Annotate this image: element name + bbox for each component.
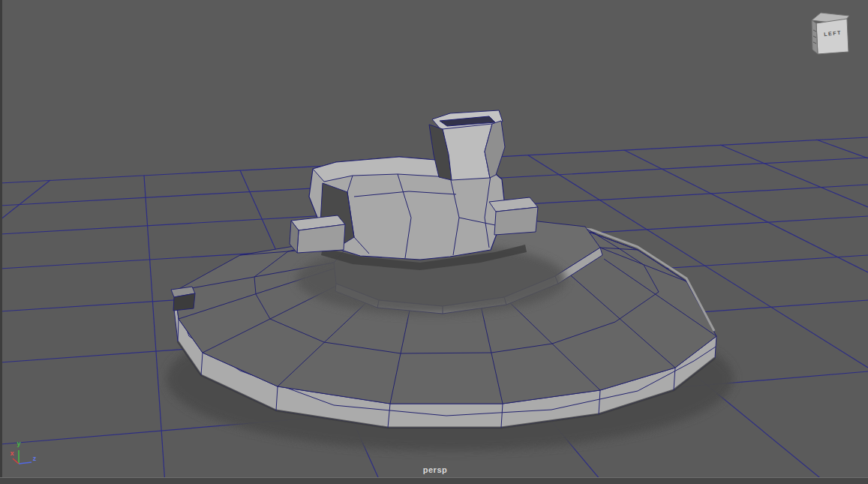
axis-z-line (19, 462, 32, 464)
right-box-front (494, 207, 538, 235)
axis-x-label: x (8, 449, 17, 457)
axis-z-label: z (30, 455, 39, 462)
grid-line-b7 (624, 150, 868, 272)
grid-line-b8 (720, 145, 868, 207)
grid-line-b9 (816, 140, 868, 158)
viewport-bottom-bar (0, 477, 868, 484)
axis-y-label: y (14, 440, 23, 447)
axis-x-line (13, 458, 19, 464)
grid-line-b2 (144, 176, 165, 484)
3d-viewport[interactable]: persp LEFT x y z (0, 0, 868, 484)
viewport-left-border (0, 0, 2, 484)
camera-name-label: persp (390, 465, 480, 474)
grid-line-b1 (0, 180, 50, 220)
layer-spout-pillar (429, 110, 505, 180)
viewport-canvas[interactable] (0, 0, 868, 484)
